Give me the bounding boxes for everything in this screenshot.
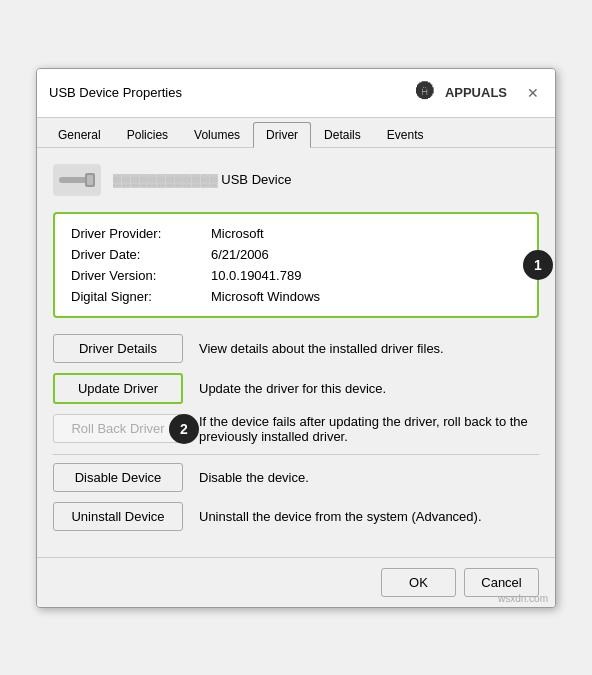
uninstall-device-description: Uninstall the device from the system (Ad… (199, 509, 539, 524)
driver-date-label: Driver Date: (71, 247, 211, 262)
svg-rect-0 (59, 177, 87, 183)
appuals-branding: 🅐 APPUALS (409, 77, 507, 109)
tab-policies[interactable]: Policies (114, 122, 181, 147)
tab-volumes[interactable]: Volumes (181, 122, 253, 147)
driver-date-value: 6/21/2006 (211, 247, 269, 262)
driver-version-value: 10.0.19041.789 (211, 268, 301, 283)
driver-details-button[interactable]: Driver Details (53, 334, 183, 363)
device-name: USB Device (221, 172, 291, 187)
driver-date-row: Driver Date: 6/21/2006 (71, 247, 521, 262)
ok-button[interactable]: OK (381, 568, 456, 597)
appuals-icon: 🅐 (409, 77, 441, 109)
appuals-text: APPUALS (445, 85, 507, 100)
tab-details[interactable]: Details (311, 122, 374, 147)
driver-details-row: Driver Details View details about the in… (53, 334, 539, 363)
rollback-driver-row: Roll Back Driver 2 If the device fails a… (53, 414, 539, 444)
disable-device-button[interactable]: Disable Device (53, 463, 183, 492)
disable-device-row: Disable Device Disable the device. (53, 463, 539, 492)
watermark: wsxdn.com (498, 593, 548, 604)
update-driver-description: Update the driver for this device. (199, 381, 539, 396)
tab-events[interactable]: Events (374, 122, 437, 147)
divider-1 (53, 454, 539, 455)
tab-bar: General Policies Volumes Driver Details … (37, 118, 555, 148)
title-bar: USB Device Properties 🅐 APPUALS ✕ (37, 69, 555, 118)
digital-signer-value: Microsoft Windows (211, 289, 320, 304)
close-button[interactable]: ✕ (523, 83, 543, 103)
footer: OK Cancel (37, 557, 555, 607)
tab-driver[interactable]: Driver (253, 122, 311, 148)
badge-1: 1 (523, 250, 553, 280)
update-driver-button[interactable]: Update Driver (53, 373, 183, 404)
driver-details-description: View details about the installed driver … (199, 341, 539, 356)
driver-provider-row: Driver Provider: Microsoft (71, 226, 521, 241)
usb-icon (53, 164, 101, 196)
driver-provider-value: Microsoft (211, 226, 264, 241)
digital-signer-label: Digital Signer: (71, 289, 211, 304)
digital-signer-row: Digital Signer: Microsoft Windows (71, 289, 521, 304)
update-driver-row: Update Driver Update the driver for this… (53, 373, 539, 404)
badge-2: 2 (169, 414, 199, 444)
device-name-area: ▓▓▓▓▓▓▓▓▓▓▓▓ USB Device (113, 172, 291, 187)
driver-version-label: Driver Version: (71, 268, 211, 283)
disable-device-description: Disable the device. (199, 470, 539, 485)
driver-info-box: 1 Driver Provider: Microsoft Driver Date… (53, 212, 539, 318)
device-blurred-prefix: ▓▓▓▓▓▓▓▓▓▓▓▓ (113, 173, 221, 187)
device-properties-window: USB Device Properties 🅐 APPUALS ✕ Genera… (36, 68, 556, 608)
driver-provider-label: Driver Provider: (71, 226, 211, 241)
uninstall-device-button[interactable]: Uninstall Device (53, 502, 183, 531)
tab-general[interactable]: General (45, 122, 114, 147)
window-title: USB Device Properties (49, 85, 182, 100)
uninstall-device-row: Uninstall Device Uninstall the device fr… (53, 502, 539, 531)
svg-rect-2 (87, 175, 93, 185)
device-header: ▓▓▓▓▓▓▓▓▓▓▓▓ USB Device (53, 164, 539, 196)
rollback-driver-description: If the device fails after updating the d… (199, 414, 539, 444)
rollback-driver-button: Roll Back Driver (53, 414, 183, 443)
driver-version-row: Driver Version: 10.0.19041.789 (71, 268, 521, 283)
content-area: ▓▓▓▓▓▓▓▓▓▓▓▓ USB Device 1 Driver Provide… (37, 148, 555, 557)
